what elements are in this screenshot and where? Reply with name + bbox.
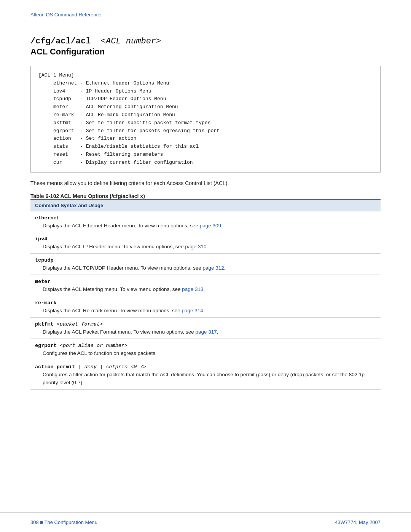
- table-row: ipv4Displays the ACL IP Header menu. To …: [30, 232, 381, 254]
- table-cell: meterDisplays the ACL Metering menu. To …: [30, 275, 381, 296]
- cmd-name: ethernet: [35, 215, 376, 221]
- table-cell: egrport <port alias or number>Configures…: [30, 339, 381, 360]
- cmd-name: egrport <port alias or number>: [35, 343, 376, 348]
- table-row: ethernetDisplays the ACL Ethernet Header…: [30, 211, 381, 232]
- footer-page-num: 308: [30, 519, 39, 525]
- table-cell: tcpudpDisplays the ACL TCP/UDP Header me…: [30, 254, 381, 275]
- cmd-desc: Displays the ACL Re-mark menu. To view m…: [43, 307, 376, 315]
- page-footer: 308 ■ The Configuration Menu 43W7774, Ma…: [0, 512, 411, 532]
- cmd-name: tcpudp: [35, 257, 376, 263]
- cmd-desc: Configures the ACL to function on egress…: [43, 350, 376, 358]
- cmd-desc: Configures a filter action for packets t…: [43, 371, 376, 387]
- options-table: Command Syntax and Usage ethernetDisplay…: [30, 199, 381, 390]
- cmd-text: /cfg/acl/acl: [30, 37, 91, 46]
- page-link[interactable]: page 317: [195, 329, 217, 335]
- table-cell: re-markDisplays the ACL Re-mark menu. To…: [30, 296, 381, 318]
- cmd-name: meter: [35, 279, 376, 284]
- page-link[interactable]: page 312: [202, 265, 224, 271]
- cmd-desc: Displays the ACL IP Header menu. To view…: [43, 243, 376, 251]
- table-row: re-markDisplays the ACL Re-mark menu. To…: [30, 296, 381, 318]
- table-row: tcpudpDisplays the ACL TCP/UDP Header me…: [30, 254, 381, 275]
- table-row: pktfmt <packet format>Displays the ACL P…: [30, 318, 381, 339]
- cmd-desc: Displays the ACL Packet Format menu. To …: [43, 328, 376, 336]
- cmd-desc: Displays the ACL TCP/UDP Header menu. To…: [43, 264, 376, 272]
- page-title-block: /cfg/acl/acl <ACL number> ACL Configurat…: [30, 37, 381, 57]
- footer-left-text: The Configuration Menu: [45, 519, 97, 525]
- table-cell: action permit | deny | setprio <0-7>Conf…: [30, 360, 381, 390]
- table-caption: Table 6-102 ACL Menu Options (/cfg/acl/a…: [30, 193, 381, 199]
- page-link[interactable]: page 313: [182, 286, 203, 292]
- footer-separator: ■: [40, 519, 44, 525]
- page-header: Alteon OS Command Reference: [0, 0, 411, 21]
- cmd-desc: Displays the ACL Ethernet Header menu. T…: [43, 222, 376, 230]
- table-cell: pktfmt <packet format>Displays the ACL P…: [30, 318, 381, 339]
- footer-right: 43W7774, May 2007: [335, 519, 381, 525]
- page-link[interactable]: page 314: [182, 308, 203, 313]
- page-title-cmd: /cfg/acl/acl <ACL number>: [30, 37, 381, 46]
- page-link[interactable]: page 309: [200, 223, 221, 228]
- page-title-sub: ACL Configuration: [30, 47, 381, 57]
- cmd-desc: Displays the ACL Metering menu. To view …: [43, 286, 376, 294]
- table-row: egrport <port alias or number>Configures…: [30, 339, 381, 360]
- table-cell: ethernetDisplays the ACL Ethernet Header…: [30, 211, 381, 232]
- page-link[interactable]: page 310: [185, 244, 206, 249]
- intro-text: These menus allow you to define filterin…: [30, 180, 381, 186]
- table-row: meterDisplays the ACL Metering menu. To …: [30, 275, 381, 296]
- cmd-name: re-mark: [35, 300, 376, 306]
- cmd-arg: <ACL number>: [101, 37, 161, 46]
- footer-left: 308 ■ The Configuration Menu: [30, 519, 97, 525]
- code-block: [ACL 1 Menu] ethernet - Ethernet Header …: [30, 66, 381, 173]
- table-header: Command Syntax and Usage: [30, 200, 381, 211]
- cmd-name: ipv4: [35, 236, 376, 242]
- cmd-name: pktfmt <packet format>: [35, 321, 376, 327]
- table-cell: ipv4Displays the ACL IP Header menu. To …: [30, 232, 381, 254]
- table-row: action permit | deny | setprio <0-7>Conf…: [30, 360, 381, 390]
- main-content: /cfg/acl/acl <ACL number> ACL Configurat…: [0, 21, 411, 412]
- breadcrumb[interactable]: Alteon OS Command Reference: [30, 12, 101, 18]
- cmd-name: action permit | deny | setprio <0-7>: [35, 364, 376, 370]
